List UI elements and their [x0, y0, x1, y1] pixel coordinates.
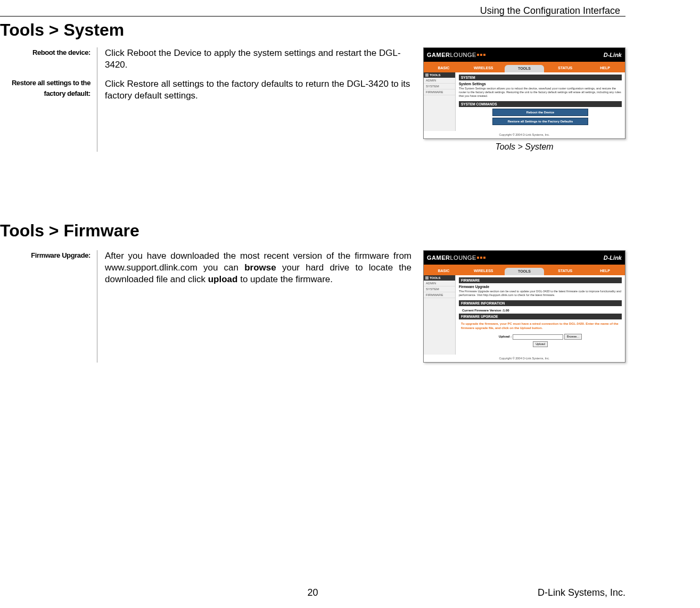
nav-help[interactable]: HELP	[585, 64, 625, 72]
nav-tabs: BASIC WIRELESS TOOLS STATUS HELP	[424, 64, 625, 72]
footer-company: D-Link Systems, Inc.	[538, 587, 625, 598]
screenshot-system: GAMERLOUNGE D-Link BASIC WIRELESS TOOLS …	[423, 47, 625, 139]
btn-restore[interactable]: Restore all Settings to the Factory Defa…	[492, 118, 588, 125]
nav-status[interactable]: STATUS	[545, 267, 585, 275]
side-header: TOOLS	[424, 275, 455, 281]
logo-lounge: LOUNGE	[450, 254, 476, 261]
btn-reboot[interactable]: Reboot the Device	[492, 109, 588, 116]
panel-system: SYSTEM	[459, 75, 622, 80]
section-title-firmware: Tools > Firmware	[0, 221, 625, 241]
panel-commands: SYSTEM COMMANDS	[459, 101, 622, 107]
header-rule	[0, 16, 625, 17]
brand-dlink: D-Link	[604, 52, 622, 58]
nav-tools[interactable]: TOOLS	[505, 268, 545, 275]
panel-sub-upgrade: Firmware Upgrade	[459, 285, 622, 289]
panel-fw-info: FIRMWARE INFORMATION	[459, 300, 622, 306]
fw-version: Current Firmware Version :1.00	[459, 307, 622, 314]
desc-firmware-upgrade: After you have downloaded the most recen…	[97, 250, 411, 285]
label-reboot: Reboot the device:	[0, 47, 97, 58]
page-number: 20	[307, 587, 318, 598]
header-section-label: Using the Configuration Interface	[480, 5, 620, 17]
upload-button[interactable]: Upload	[533, 341, 547, 347]
side-system[interactable]: SYSTEM	[424, 84, 455, 89]
upgrade-instructions: To upgrade the firmware, your PC must ha…	[459, 321, 622, 332]
browse-button[interactable]: Browse...	[564, 334, 582, 340]
side-header: TOOLS	[424, 72, 455, 78]
nav-tabs: BASIC WIRELESS TOOLS STATUS HELP	[424, 267, 625, 275]
panel-firmware: FIRMWARE	[459, 277, 622, 283]
logo-gamer: GAMER	[427, 254, 450, 261]
label-firmware-upgrade: Firmware Upgrade:	[0, 250, 97, 261]
side-system[interactable]: SYSTEM	[424, 286, 455, 292]
nav-basic[interactable]: BASIC	[424, 267, 464, 275]
screenshot-firmware: GAMERLOUNGE D-Link BASIC WIRELESS TOOLS …	[423, 250, 625, 363]
brand-dlink: D-Link	[604, 254, 622, 261]
copyright: Copyright © 2004 D-Link Systems, Inc.	[424, 131, 625, 138]
caption-system: Tools > System	[423, 142, 625, 152]
label-restore: Restore all settings to the factory defa…	[0, 78, 97, 98]
nav-status[interactable]: STATUS	[545, 64, 585, 72]
section-tools-firmware: Tools > Firmware Firmware Upgrade: After…	[0, 221, 625, 363]
page-footer: 20 D-Link Systems, Inc.	[0, 587, 625, 598]
desc-restore: Click Restore all settings to the factor…	[97, 78, 411, 102]
upload-input[interactable]	[513, 334, 563, 340]
desc-reboot: Click Reboot the Device to apply the sys…	[97, 47, 411, 71]
copyright: Copyright © 2004 D-Link Systems, Inc.	[424, 355, 625, 362]
panel-text: The Firmware Upgrade section can be used…	[459, 290, 622, 297]
section-tools-system: Tools > System Reboot the device: Click …	[0, 20, 625, 152]
nav-wireless[interactable]: WIRELESS	[464, 267, 504, 275]
panel-sub-settings: System Settings	[459, 82, 622, 86]
side-firmware[interactable]: FIRMWARE	[424, 292, 455, 298]
side-admin[interactable]: ADMIN	[424, 78, 455, 84]
logo-gamer: GAMER	[427, 52, 450, 58]
nav-tools[interactable]: TOOLS	[505, 65, 545, 72]
section-title-system: Tools > System	[0, 20, 625, 40]
nav-basic[interactable]: BASIC	[424, 64, 464, 72]
side-admin[interactable]: ADMIN	[424, 281, 455, 286]
panel-fw-upgrade: FIRMWARE UPGRADE	[459, 314, 622, 319]
side-firmware[interactable]: FIRMWARE	[424, 89, 455, 95]
panel-text: The System Settings section allows you t…	[459, 87, 622, 98]
nav-wireless[interactable]: WIRELESS	[464, 64, 504, 72]
nav-help[interactable]: HELP	[585, 267, 625, 275]
upload-label: Upload :	[499, 335, 512, 339]
logo-lounge: LOUNGE	[450, 52, 476, 58]
